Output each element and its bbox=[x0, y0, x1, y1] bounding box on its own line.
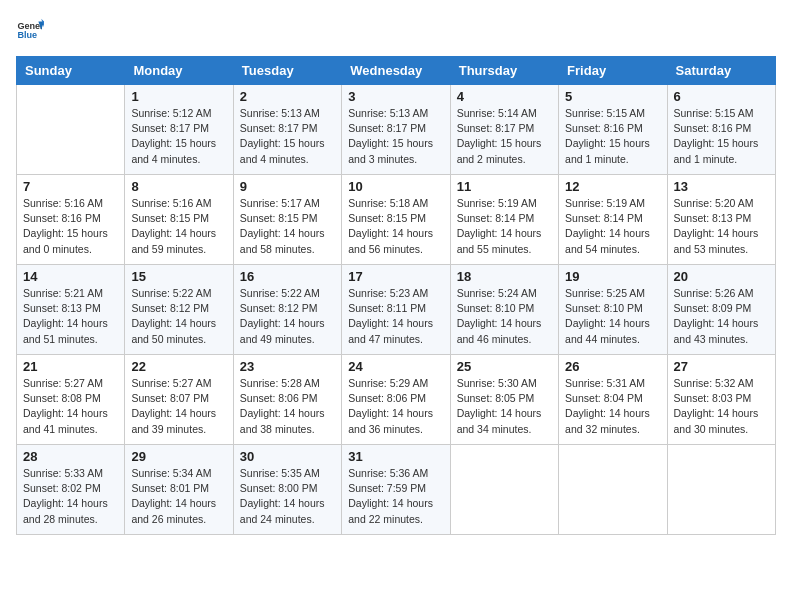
col-header-saturday: Saturday bbox=[667, 57, 775, 85]
calendar-cell: 23Sunrise: 5:28 AM Sunset: 8:06 PM Dayli… bbox=[233, 355, 341, 445]
day-info: Sunrise: 5:21 AM Sunset: 8:13 PM Dayligh… bbox=[23, 286, 118, 347]
day-info: Sunrise: 5:29 AM Sunset: 8:06 PM Dayligh… bbox=[348, 376, 443, 437]
day-info: Sunrise: 5:13 AM Sunset: 8:17 PM Dayligh… bbox=[348, 106, 443, 167]
day-number: 31 bbox=[348, 449, 443, 464]
calendar-cell: 28Sunrise: 5:33 AM Sunset: 8:02 PM Dayli… bbox=[17, 445, 125, 535]
calendar-cell: 4Sunrise: 5:14 AM Sunset: 8:17 PM Daylig… bbox=[450, 85, 558, 175]
calendar-cell: 29Sunrise: 5:34 AM Sunset: 8:01 PM Dayli… bbox=[125, 445, 233, 535]
day-number: 27 bbox=[674, 359, 769, 374]
calendar-cell: 6Sunrise: 5:15 AM Sunset: 8:16 PM Daylig… bbox=[667, 85, 775, 175]
col-header-monday: Monday bbox=[125, 57, 233, 85]
day-info: Sunrise: 5:18 AM Sunset: 8:15 PM Dayligh… bbox=[348, 196, 443, 257]
day-info: Sunrise: 5:25 AM Sunset: 8:10 PM Dayligh… bbox=[565, 286, 660, 347]
day-info: Sunrise: 5:34 AM Sunset: 8:01 PM Dayligh… bbox=[131, 466, 226, 527]
calendar-cell: 21Sunrise: 5:27 AM Sunset: 8:08 PM Dayli… bbox=[17, 355, 125, 445]
calendar-cell: 9Sunrise: 5:17 AM Sunset: 8:15 PM Daylig… bbox=[233, 175, 341, 265]
col-header-thursday: Thursday bbox=[450, 57, 558, 85]
day-number: 3 bbox=[348, 89, 443, 104]
day-info: Sunrise: 5:28 AM Sunset: 8:06 PM Dayligh… bbox=[240, 376, 335, 437]
day-number: 16 bbox=[240, 269, 335, 284]
calendar-cell: 14Sunrise: 5:21 AM Sunset: 8:13 PM Dayli… bbox=[17, 265, 125, 355]
calendar-cell: 20Sunrise: 5:26 AM Sunset: 8:09 PM Dayli… bbox=[667, 265, 775, 355]
calendar-cell: 7Sunrise: 5:16 AM Sunset: 8:16 PM Daylig… bbox=[17, 175, 125, 265]
week-row-4: 21Sunrise: 5:27 AM Sunset: 8:08 PM Dayli… bbox=[17, 355, 776, 445]
day-info: Sunrise: 5:12 AM Sunset: 8:17 PM Dayligh… bbox=[131, 106, 226, 167]
day-info: Sunrise: 5:31 AM Sunset: 8:04 PM Dayligh… bbox=[565, 376, 660, 437]
calendar-cell: 22Sunrise: 5:27 AM Sunset: 8:07 PM Dayli… bbox=[125, 355, 233, 445]
day-number: 18 bbox=[457, 269, 552, 284]
week-row-2: 7Sunrise: 5:16 AM Sunset: 8:16 PM Daylig… bbox=[17, 175, 776, 265]
day-number: 21 bbox=[23, 359, 118, 374]
day-info: Sunrise: 5:26 AM Sunset: 8:09 PM Dayligh… bbox=[674, 286, 769, 347]
calendar-cell: 10Sunrise: 5:18 AM Sunset: 8:15 PM Dayli… bbox=[342, 175, 450, 265]
week-row-1: 1Sunrise: 5:12 AM Sunset: 8:17 PM Daylig… bbox=[17, 85, 776, 175]
col-header-sunday: Sunday bbox=[17, 57, 125, 85]
col-header-wednesday: Wednesday bbox=[342, 57, 450, 85]
day-number: 19 bbox=[565, 269, 660, 284]
calendar-cell: 15Sunrise: 5:22 AM Sunset: 8:12 PM Dayli… bbox=[125, 265, 233, 355]
day-info: Sunrise: 5:14 AM Sunset: 8:17 PM Dayligh… bbox=[457, 106, 552, 167]
day-info: Sunrise: 5:33 AM Sunset: 8:02 PM Dayligh… bbox=[23, 466, 118, 527]
day-info: Sunrise: 5:32 AM Sunset: 8:03 PM Dayligh… bbox=[674, 376, 769, 437]
day-number: 20 bbox=[674, 269, 769, 284]
day-number: 9 bbox=[240, 179, 335, 194]
day-info: Sunrise: 5:19 AM Sunset: 8:14 PM Dayligh… bbox=[457, 196, 552, 257]
day-number: 1 bbox=[131, 89, 226, 104]
day-number: 28 bbox=[23, 449, 118, 464]
day-info: Sunrise: 5:27 AM Sunset: 8:07 PM Dayligh… bbox=[131, 376, 226, 437]
day-number: 7 bbox=[23, 179, 118, 194]
day-number: 24 bbox=[348, 359, 443, 374]
calendar-cell: 25Sunrise: 5:30 AM Sunset: 8:05 PM Dayli… bbox=[450, 355, 558, 445]
logo-icon: General Blue bbox=[16, 16, 44, 44]
day-info: Sunrise: 5:27 AM Sunset: 8:08 PM Dayligh… bbox=[23, 376, 118, 437]
calendar-cell: 16Sunrise: 5:22 AM Sunset: 8:12 PM Dayli… bbox=[233, 265, 341, 355]
svg-text:Blue: Blue bbox=[17, 30, 37, 40]
calendar-cell bbox=[667, 445, 775, 535]
calendar-cell: 27Sunrise: 5:32 AM Sunset: 8:03 PM Dayli… bbox=[667, 355, 775, 445]
calendar-cell: 13Sunrise: 5:20 AM Sunset: 8:13 PM Dayli… bbox=[667, 175, 775, 265]
header-row: SundayMondayTuesdayWednesdayThursdayFrid… bbox=[17, 57, 776, 85]
day-info: Sunrise: 5:17 AM Sunset: 8:15 PM Dayligh… bbox=[240, 196, 335, 257]
day-number: 26 bbox=[565, 359, 660, 374]
day-info: Sunrise: 5:19 AM Sunset: 8:14 PM Dayligh… bbox=[565, 196, 660, 257]
calendar-cell bbox=[17, 85, 125, 175]
day-info: Sunrise: 5:13 AM Sunset: 8:17 PM Dayligh… bbox=[240, 106, 335, 167]
day-number: 17 bbox=[348, 269, 443, 284]
calendar-cell: 12Sunrise: 5:19 AM Sunset: 8:14 PM Dayli… bbox=[559, 175, 667, 265]
day-info: Sunrise: 5:22 AM Sunset: 8:12 PM Dayligh… bbox=[131, 286, 226, 347]
col-header-tuesday: Tuesday bbox=[233, 57, 341, 85]
week-row-3: 14Sunrise: 5:21 AM Sunset: 8:13 PM Dayli… bbox=[17, 265, 776, 355]
day-number: 14 bbox=[23, 269, 118, 284]
day-number: 5 bbox=[565, 89, 660, 104]
day-number: 22 bbox=[131, 359, 226, 374]
calendar-cell: 19Sunrise: 5:25 AM Sunset: 8:10 PM Dayli… bbox=[559, 265, 667, 355]
calendar-cell: 3Sunrise: 5:13 AM Sunset: 8:17 PM Daylig… bbox=[342, 85, 450, 175]
day-info: Sunrise: 5:16 AM Sunset: 8:16 PM Dayligh… bbox=[23, 196, 118, 257]
calendar-cell: 2Sunrise: 5:13 AM Sunset: 8:17 PM Daylig… bbox=[233, 85, 341, 175]
day-info: Sunrise: 5:22 AM Sunset: 8:12 PM Dayligh… bbox=[240, 286, 335, 347]
day-number: 4 bbox=[457, 89, 552, 104]
day-number: 25 bbox=[457, 359, 552, 374]
day-number: 11 bbox=[457, 179, 552, 194]
logo: General Blue bbox=[16, 16, 44, 44]
day-number: 6 bbox=[674, 89, 769, 104]
calendar-cell: 1Sunrise: 5:12 AM Sunset: 8:17 PM Daylig… bbox=[125, 85, 233, 175]
calendar-cell: 8Sunrise: 5:16 AM Sunset: 8:15 PM Daylig… bbox=[125, 175, 233, 265]
calendar-table: SundayMondayTuesdayWednesdayThursdayFrid… bbox=[16, 56, 776, 535]
calendar-cell bbox=[559, 445, 667, 535]
calendar-cell: 18Sunrise: 5:24 AM Sunset: 8:10 PM Dayli… bbox=[450, 265, 558, 355]
page-header: General Blue bbox=[16, 16, 776, 44]
calendar-cell: 11Sunrise: 5:19 AM Sunset: 8:14 PM Dayli… bbox=[450, 175, 558, 265]
calendar-cell: 5Sunrise: 5:15 AM Sunset: 8:16 PM Daylig… bbox=[559, 85, 667, 175]
calendar-cell: 17Sunrise: 5:23 AM Sunset: 8:11 PM Dayli… bbox=[342, 265, 450, 355]
day-number: 13 bbox=[674, 179, 769, 194]
day-number: 30 bbox=[240, 449, 335, 464]
col-header-friday: Friday bbox=[559, 57, 667, 85]
day-info: Sunrise: 5:30 AM Sunset: 8:05 PM Dayligh… bbox=[457, 376, 552, 437]
day-number: 23 bbox=[240, 359, 335, 374]
day-number: 2 bbox=[240, 89, 335, 104]
day-info: Sunrise: 5:16 AM Sunset: 8:15 PM Dayligh… bbox=[131, 196, 226, 257]
day-number: 8 bbox=[131, 179, 226, 194]
day-info: Sunrise: 5:24 AM Sunset: 8:10 PM Dayligh… bbox=[457, 286, 552, 347]
day-info: Sunrise: 5:15 AM Sunset: 8:16 PM Dayligh… bbox=[565, 106, 660, 167]
